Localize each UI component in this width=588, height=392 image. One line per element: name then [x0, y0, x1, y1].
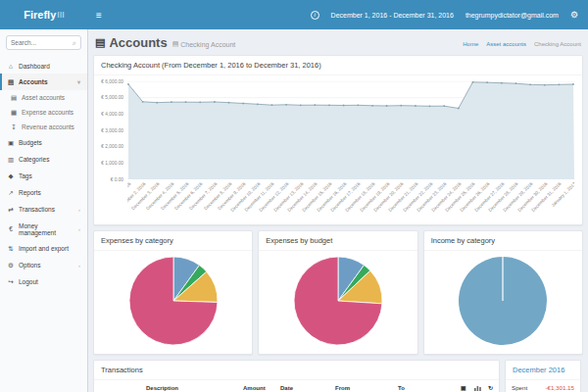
shopping-cart-icon: ▦	[10, 109, 18, 117]
home-icon: ⌂	[7, 63, 15, 70]
sidebar-item-options[interactable]: ⚙ Options ‹	[0, 257, 87, 273]
sidebar-item-dashboard[interactable]: ⌂ Dashboard	[0, 58, 87, 74]
income-by-category-panel: Income by category	[423, 230, 583, 355]
balance-chart-title: Checking Account (From December 1, 2016 …	[94, 56, 582, 75]
y-tick-label: € 6,000.00	[101, 79, 123, 84]
sidebar-item-categories[interactable]: ▥ Categories	[0, 151, 87, 168]
sidebar: ⌕ ⌂ Dashboard ▤ Accounts ▾ ▤ Asset accou…	[0, 29, 88, 392]
page-title: ▤ Accounts	[95, 35, 168, 50]
sidebar-search[interactable]: ⌕	[6, 35, 81, 50]
spent-row: Spent -€1,301.15	[506, 380, 580, 392]
expenses-by-budget-pie[interactable]	[291, 254, 385, 352]
col-amount: Amount	[240, 380, 277, 392]
bar-chart-icon: ▥	[7, 156, 15, 164]
y-tick-label: € 0.00	[111, 177, 123, 182]
expenses-by-category-pie[interactable]	[126, 254, 220, 352]
spent-value: -€1,301.15	[545, 384, 574, 391]
chevron-left-icon: ‹	[78, 207, 80, 213]
sidebar-toggle-icon[interactable]: ≡	[88, 10, 110, 21]
sidebar-item-import-export[interactable]: ⇅ Import and export	[0, 240, 87, 257]
income-by-category-pie[interactable]	[456, 254, 550, 352]
balance-chart-panel: Checking Account (From December 1, 2016 …	[93, 55, 583, 225]
euro-icon: €	[7, 225, 15, 232]
sidebar-item-accounts[interactable]: ▤ Accounts ▾	[0, 74, 87, 90]
sidebar-item-logout[interactable]: ↪ Logout	[0, 273, 87, 290]
credit-card-icon: ▤	[95, 36, 105, 49]
breadcrumb-home[interactable]: Home	[463, 41, 478, 47]
chevron-left-icon: ‹	[78, 226, 80, 232]
sidebar-item-money-management[interactable]: € Money management ‹	[0, 218, 87, 240]
x-axis-labels: December 1, 2016December 2, 2016December…	[127, 179, 574, 222]
sign-out-icon: ↪	[7, 278, 15, 286]
credit-card-icon: ▤	[10, 94, 18, 102]
panel-title: Expenses by category	[94, 231, 252, 251]
exchange-icon: ⇄	[7, 206, 15, 214]
line-chart-icon: ↗	[7, 189, 15, 197]
app-logo[interactable]: FireflyIII	[0, 0, 88, 29]
info-icon[interactable]: i	[311, 11, 319, 20]
month-summary-title[interactable]: December 2016	[506, 361, 580, 380]
main-content: ▤ Accounts ▤ Checking Account Home Asset…	[88, 29, 588, 392]
tasks-icon: ▣	[7, 139, 15, 147]
y-tick-label: € 3,000.00	[101, 128, 123, 133]
area-chart-plot[interactable]	[127, 81, 574, 179]
sidebar-item-revenue-accounts[interactable]: ↧ Revenue accounts	[0, 120, 87, 134]
pie-charts-row: Expenses by category Expenses by budget …	[93, 230, 583, 355]
sidebar-item-budgets[interactable]: ▣ Budgets	[0, 134, 87, 151]
top-navbar: FireflyIII ≡ i December 1, 2016 - Decemb…	[0, 0, 588, 29]
tags-icon: ◆	[7, 172, 15, 180]
sidebar-item-expense-accounts[interactable]: ▦ Expense accounts	[0, 105, 87, 120]
page-subtitle: ▤ Checking Account	[172, 40, 236, 48]
y-tick-label: € 2,000.00	[101, 144, 123, 149]
search-input[interactable]	[11, 39, 73, 46]
user-email-menu[interactable]: thegrumpydictator@gmail.com	[466, 12, 559, 19]
y-tick-label: € 5,000.00	[101, 95, 123, 100]
expenses-by-budget-panel: Expenses by budget	[258, 230, 417, 355]
date-range-selector[interactable]: December 1, 2016 - December 31, 2016	[331, 12, 454, 19]
transactions-table: Description Amount Date From To ▣ ↻	[94, 380, 499, 392]
col-date: Date	[277, 380, 332, 392]
chevron-left-icon: ‹	[78, 263, 80, 269]
download-icon: ↧	[10, 123, 18, 131]
chevron-down-icon: ▾	[77, 78, 80, 85]
credit-card-icon: ▤	[7, 78, 15, 86]
sidebar-item-transactions[interactable]: ⇄ Transactions ‹	[0, 201, 87, 218]
y-tick-label: € 1,000.00	[101, 161, 123, 166]
refresh-icon[interactable]: ↻	[485, 380, 499, 392]
gears-icon: ⚙	[7, 262, 15, 270]
gear-icon[interactable]: ⚙	[570, 10, 578, 20]
breadcrumb-asset-accounts[interactable]: Asset accounts	[486, 41, 526, 47]
transactions-title: Transactions	[94, 361, 499, 380]
bottom-row: Transactions Description Amount Date Fro…	[93, 360, 583, 392]
sidebar-item-asset-accounts[interactable]: ▤ Asset accounts	[0, 90, 87, 105]
col-from: From	[332, 380, 395, 392]
breadcrumb: Home Asset accounts Checking Account	[463, 41, 581, 47]
panel-title: Expenses by budget	[259, 231, 416, 251]
sidebar-item-tags[interactable]: ◆ Tags	[0, 168, 87, 184]
y-tick-label: € 4,000.00	[101, 112, 123, 117]
box-icon[interactable]: ▣	[458, 380, 471, 392]
expenses-by-category-panel: Expenses by category	[93, 230, 253, 355]
y-axis-labels: € 6,000.00€ 5,000.00€ 4,000.00€ 3,000.00…	[96, 81, 127, 179]
credit-card-icon: ▤	[172, 40, 179, 48]
panel-title: Income by category	[424, 231, 582, 251]
chart-icon[interactable]	[471, 380, 485, 392]
transactions-panel: Transactions Description Amount Date Fro…	[93, 360, 500, 392]
col-to: To	[395, 380, 458, 392]
content-header: ▤ Accounts ▤ Checking Account Home Asset…	[93, 33, 583, 55]
sidebar-item-reports[interactable]: ↗ Reports	[0, 184, 87, 201]
breadcrumb-current: Checking Account	[534, 41, 581, 47]
logo-text: Firefly	[24, 9, 56, 21]
balance-chart: € 6,000.00€ 5,000.00€ 4,000.00€ 3,000.00…	[94, 75, 582, 224]
month-summary-panel: December 2016 Spent -€1,301.15 Earned €1…	[505, 360, 581, 392]
arrows-icon: ⇅	[7, 245, 15, 253]
col-description: Description	[143, 380, 240, 392]
logo-suffix: III	[57, 10, 65, 20]
search-icon: ⌕	[73, 39, 76, 46]
